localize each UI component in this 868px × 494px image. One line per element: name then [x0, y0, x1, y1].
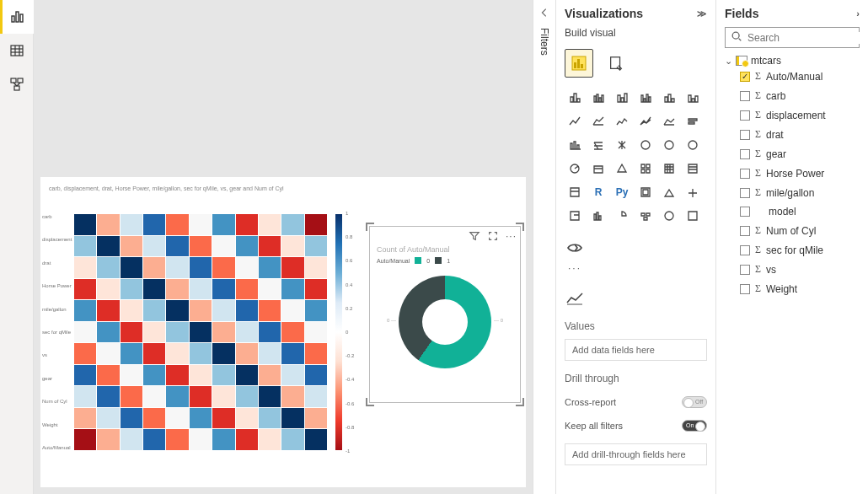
field-label: Num of Cyl: [766, 225, 816, 237]
field-checkbox[interactable]: [740, 130, 750, 140]
visual-type-28[interactable]: [659, 182, 679, 202]
report-canvas-area[interactable]: carb, displacement, drat, Horse Power, m…: [34, 0, 533, 494]
collapse-fields-icon[interactable]: ›: [856, 8, 860, 19]
report-page[interactable]: carb, displacement, drat, Horse Power, m…: [40, 177, 526, 487]
field-checkbox[interactable]: [740, 110, 750, 121]
visual-type-15[interactable]: [635, 135, 656, 155]
visual-type-21[interactable]: [635, 158, 656, 179]
visual-type-4[interactable]: [659, 88, 679, 108]
field-mile-gallon[interactable]: Σmile/gallon: [725, 183, 860, 202]
visual-type-5[interactable]: [683, 88, 703, 108]
visual-type-3[interactable]: [635, 88, 656, 108]
drillthrough-field-well[interactable]: Add drill-through fields here: [565, 443, 707, 465]
model-view-button[interactable]: [0, 67, 34, 101]
view-rail: [0, 0, 34, 494]
field-checkbox[interactable]: [740, 284, 750, 294]
data-view-button[interactable]: [0, 34, 34, 67]
collapse-viz-icon[interactable]: ≫: [697, 8, 707, 19]
field-sec-for-qmile[interactable]: Σsec for qMile: [725, 240, 860, 260]
visual-type-17[interactable]: [683, 135, 703, 155]
get-more-visuals-icon[interactable]: [565, 238, 585, 258]
field-weight[interactable]: ΣWeight: [725, 279, 860, 298]
visual-type-30[interactable]: [565, 206, 585, 226]
field-auto-manual[interactable]: ✓ΣAuto/Manual: [725, 67, 860, 86]
visual-type-35[interactable]: [683, 206, 703, 226]
donut-visual-selected[interactable]: ··· Count of Auto/Manual Auto/Manual 0 1…: [369, 226, 521, 403]
filters-pane-collapsed[interactable]: Filters: [533, 0, 556, 494]
visual-type-11[interactable]: [683, 111, 703, 132]
resize-handle[interactable]: [366, 398, 374, 406]
visual-type-31[interactable]: [588, 206, 608, 226]
field-checkbox[interactable]: [740, 149, 750, 159]
visual-type-24[interactable]: [565, 182, 585, 202]
visual-type-6[interactable]: [565, 111, 585, 132]
line-chart-template-icon[interactable]: [565, 288, 585, 309]
filter-icon[interactable]: [469, 230, 480, 244]
build-visual-label: Build visual: [565, 27, 707, 39]
resize-handle[interactable]: [516, 223, 524, 231]
visual-type-1[interactable]: [588, 88, 608, 108]
visual-type-29[interactable]: [683, 182, 703, 202]
fields-pane: Fields › ⌄ mtcars ✓ΣAuto/ManualΣcarbΣdis…: [716, 0, 868, 494]
more-visuals-menu-icon[interactable]: ···: [565, 258, 585, 278]
visual-type-19[interactable]: [588, 158, 608, 179]
field-carb[interactable]: Σcarb: [725, 86, 860, 105]
field-vs[interactable]: Σvs: [725, 260, 860, 279]
field-checkbox[interactable]: [740, 188, 750, 198]
visual-type-27[interactable]: [635, 182, 656, 202]
field-checkbox[interactable]: [740, 207, 750, 217]
visual-type-10[interactable]: [659, 111, 679, 132]
visual-type-16[interactable]: [659, 135, 679, 155]
sigma-icon: Σ: [755, 186, 761, 199]
visual-type-9[interactable]: [635, 111, 656, 132]
field-checkbox[interactable]: [740, 91, 750, 101]
build-visual-tab[interactable]: [565, 49, 593, 78]
visual-type-13[interactable]: [588, 135, 608, 155]
visual-type-32[interactable]: [612, 206, 632, 226]
focus-mode-icon[interactable]: [487, 230, 499, 244]
field-model[interactable]: model: [725, 202, 860, 221]
resize-handle[interactable]: [366, 223, 374, 231]
visual-type-14[interactable]: [612, 135, 632, 155]
field-checkbox[interactable]: ✓: [740, 72, 750, 82]
svg-rect-1: [16, 12, 19, 22]
cross-report-toggle[interactable]: Off: [682, 396, 707, 408]
visual-type-12[interactable]: [565, 135, 585, 155]
field-displacement[interactable]: Σdisplacement: [725, 105, 860, 125]
visual-type-34[interactable]: [659, 206, 679, 226]
field-checkbox[interactable]: [740, 265, 750, 275]
report-view-button[interactable]: [0, 0, 34, 34]
more-options-icon[interactable]: ···: [506, 230, 517, 244]
field-horse-power[interactable]: ΣHorse Power: [725, 164, 860, 183]
visual-type-2[interactable]: [612, 88, 632, 108]
visual-type-0[interactable]: [565, 88, 585, 108]
visual-type-8[interactable]: [612, 111, 632, 132]
field-checkbox[interactable]: [740, 169, 750, 179]
visualizations-title: Visualizations: [565, 7, 643, 20]
visual-type-18[interactable]: [565, 158, 585, 179]
donut-chart[interactable]: 0 — — 0: [399, 276, 491, 368]
field-gear[interactable]: Σgear: [725, 144, 860, 164]
field-checkbox[interactable]: [740, 226, 750, 236]
expand-filters-icon[interactable]: [538, 7, 550, 21]
svg-point-19: [665, 141, 673, 149]
values-field-well[interactable]: Add data fields here: [565, 339, 707, 361]
visual-type-20[interactable]: [612, 158, 632, 179]
fields-search[interactable]: [725, 27, 860, 48]
resize-handle[interactable]: [516, 398, 524, 406]
table-mtcars[interactable]: ⌄ mtcars: [725, 55, 860, 67]
visual-type-33[interactable]: [635, 206, 656, 226]
visual-type-26[interactable]: Py: [612, 182, 632, 202]
field-drat[interactable]: Σdrat: [725, 125, 860, 144]
visual-type-23[interactable]: [683, 158, 703, 179]
field-num-of-cyl[interactable]: ΣNum of Cyl: [725, 221, 860, 240]
keep-filters-toggle[interactable]: On: [682, 420, 707, 432]
fields-search-input[interactable]: [747, 32, 868, 44]
visual-type-7[interactable]: [588, 111, 608, 132]
visual-type-25[interactable]: R: [588, 182, 608, 202]
field-checkbox[interactable]: [740, 245, 750, 255]
sigma-icon: Σ: [755, 109, 761, 121]
heatmap-visual[interactable]: [74, 214, 327, 450]
format-visual-tab[interactable]: [602, 49, 630, 78]
visual-type-22[interactable]: [659, 158, 679, 179]
